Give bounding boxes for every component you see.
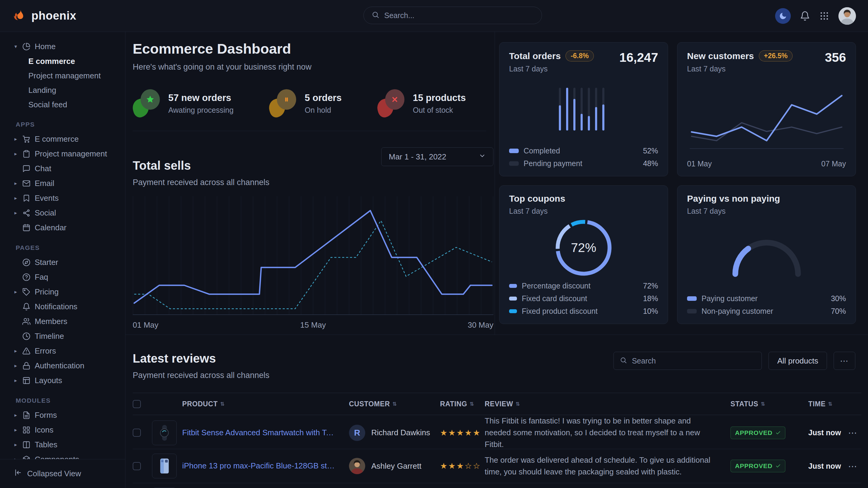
sidebar-item-social-feed[interactable]: Social feed [0, 97, 125, 112]
product-link[interactable]: Fitbit Sense Advanced Smartwatch with To… [182, 427, 349, 438]
top-navbar: phoenix [0, 0, 868, 32]
shopping-cart-icon [22, 135, 30, 143]
stat-value: 5 orders [305, 93, 341, 103]
package-icon [22, 455, 30, 459]
collapse-left-icon [14, 468, 22, 479]
apps-grid-icon[interactable] [819, 11, 829, 21]
dark-mode-toggle[interactable] [775, 8, 791, 24]
row-actions-button[interactable]: ⋯ [844, 427, 861, 438]
paying-gauge-chart [687, 216, 846, 292]
collapsed-view-toggle[interactable]: Collapsed View [0, 459, 125, 488]
card-value: 356 [825, 50, 846, 65]
global-search[interactable] [364, 7, 542, 24]
alert-triangle-icon [22, 347, 30, 355]
row-actions-button[interactable]: ⋯ [844, 461, 861, 471]
sidebar-section-label: APPS [0, 121, 125, 128]
sidebar-item-calendar[interactable]: Calendar [0, 220, 125, 235]
reviews-subtitle: Payment received across all channels [133, 371, 269, 380]
sidebar-item-tables[interactable]: ▸Tables [0, 437, 125, 452]
brand[interactable]: phoenix [13, 8, 76, 24]
sort-icon[interactable]: ⇅ [828, 401, 832, 407]
product-image-watch [156, 424, 173, 442]
paying-vs-non-paying-card: Paying vs non paying Last 7 days Paying … [677, 185, 856, 324]
sidebar-item-e-commerce[interactable]: E commerce [0, 54, 125, 68]
sidebar-item-layouts[interactable]: ▸Layouts [0, 373, 125, 388]
stats-row: 57 new ordersAwating processing5 ordersO… [133, 89, 493, 118]
table-row-partial [133, 483, 861, 488]
date-range-select[interactable]: Mar 1 - 31, 2022 [381, 148, 493, 166]
vertical-divider [495, 32, 495, 334]
new-customers-card: New customers +26.5% Last 7 days 356 01 … [677, 42, 856, 176]
sidebar-item-project-management[interactable]: Project management [0, 68, 125, 83]
notifications-bell-icon[interactable] [800, 11, 810, 21]
caret-right-icon: ▸ [13, 442, 18, 448]
caret-right-icon: ▸ [13, 363, 18, 369]
chat-icon [22, 165, 30, 173]
sort-icon[interactable]: ⇅ [761, 401, 765, 407]
sort-icon[interactable]: ⇅ [470, 401, 474, 407]
reviews-table: PRODUCT⇅CUSTOMER⇅RATING⇅REVIEW⇅STATUS⇅TI… [133, 393, 861, 488]
kpi-cards: Total orders -6.8% Last 7 days 16,247 Co… [499, 42, 856, 324]
legend-row: Completed52% [509, 146, 658, 156]
sidebar-item-members[interactable]: Members [0, 314, 125, 329]
sidebar-item-pricing[interactable]: ▸Pricing [0, 285, 125, 299]
caret-right-icon: ▸ [13, 348, 18, 354]
sidebar-item-landing[interactable]: Landing [0, 83, 125, 97]
row-checkbox[interactable] [133, 429, 141, 437]
total-sells-chart [133, 195, 493, 317]
sidebar-item-icons[interactable]: ▸Icons [0, 423, 125, 437]
legend-label: Paying customer [702, 294, 757, 303]
sort-icon[interactable]: ⇅ [392, 401, 397, 407]
sidebar-item-email[interactable]: ▸Email [0, 176, 125, 191]
stat-pause: 5 ordersOn hold [269, 89, 341, 118]
sidebar-item-forms[interactable]: ▸Forms [0, 408, 125, 423]
sidebar-item-social[interactable]: ▸Social [0, 205, 125, 220]
trend-badge: -6.8% [565, 50, 594, 62]
search-input[interactable] [384, 11, 534, 20]
caret-down-icon: ▾ [13, 43, 18, 50]
sidebar-item-notifications[interactable]: Notifications [0, 299, 125, 314]
sidebar-item-faq[interactable]: Faq [0, 270, 125, 285]
check-icon [775, 430, 781, 435]
product-thumbnail[interactable] [152, 421, 177, 445]
sidebar-group-home[interactable]: ▾Home [0, 39, 125, 54]
all-products-button[interactable]: All products [769, 352, 827, 370]
legend-label: Percentage discount [522, 282, 591, 290]
search-icon [620, 357, 627, 365]
sidebar-item-timeline[interactable]: Timeline [0, 329, 125, 344]
reviews-search-input[interactable] [631, 356, 755, 366]
select-all-checkbox[interactable] [133, 400, 141, 408]
sidebar-item-starter[interactable]: Starter [0, 255, 125, 270]
legend-value: 72% [643, 282, 658, 290]
sort-icon[interactable]: ⇅ [220, 401, 225, 407]
grid-icon [22, 426, 30, 434]
legend-row: Percentage discount72% [509, 281, 658, 291]
product-link[interactable]: iPhone 13 pro max-Pacific Blue-128GB sto… [182, 461, 349, 471]
caret-right-icon: ▸ [13, 210, 18, 216]
status-badge: APPROVED [731, 460, 785, 472]
sidebar-item-chat[interactable]: Chat [0, 161, 125, 176]
product-thumbnail[interactable] [152, 454, 177, 478]
sidebar-item-events[interactable]: ▸Events [0, 191, 125, 205]
sort-icon[interactable]: ⇅ [516, 401, 520, 407]
reviews-search[interactable] [614, 352, 762, 370]
sidebar-item-project-management[interactable]: ▸Project management [0, 147, 125, 161]
table-icon [22, 441, 30, 449]
user-avatar[interactable] [838, 7, 856, 25]
sidebar-item-e-commerce[interactable]: ▸E commerce [0, 132, 125, 147]
sidebar-section-label: PAGES [0, 244, 125, 251]
sidebar-item-components[interactable]: ▸Components [0, 452, 125, 459]
card-title: Total orders [509, 51, 561, 61]
file-text-icon [22, 411, 30, 419]
sidebar: ▾HomeE commerceProject managementLanding… [0, 32, 125, 488]
legend-row: Pending payment48% [509, 159, 658, 168]
sidebar-item-errors[interactable]: ▸Errors [0, 344, 125, 358]
x-axis-label: 15 May [300, 320, 326, 330]
status-badge: APPROVED [731, 426, 785, 439]
caret-right-icon: ▸ [13, 412, 18, 418]
sidebar-item-authentication[interactable]: ▸Authentication [0, 358, 125, 373]
more-options-button[interactable]: ⋯ [834, 352, 855, 370]
row-checkbox[interactable] [133, 462, 141, 470]
x-badge-icon [377, 89, 405, 118]
rating-stars: ★★★★★ [440, 428, 485, 438]
